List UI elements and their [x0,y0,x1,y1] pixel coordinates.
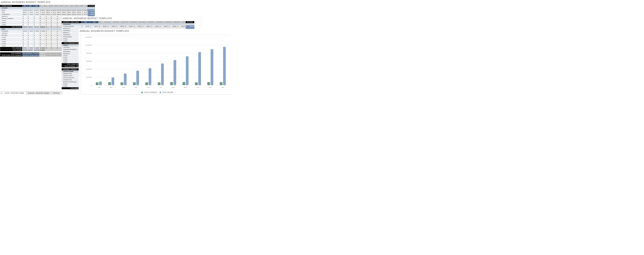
cell[interactable]: $3,591.00 [39,54,45,56]
cell[interactable]: $1,000.00 [50,9,56,11]
cell[interactable]: $70.00 [62,13,66,16]
cell[interactable]: $- [39,45,45,47]
cell[interactable]: $ [45,26,50,28]
yr-total-cell[interactable]: $640.00 [88,11,95,13]
cell[interactable]: $- [27,43,33,45]
cell[interactable]: $- [27,16,33,18]
cell[interactable]: $- [33,20,39,22]
cell[interactable]: $ [50,45,56,47]
cell[interactable]: $- [39,34,45,36]
cell[interactable]: $- [45,45,50,47]
cell[interactable]: $760.00 [27,9,33,11]
cell[interactable]: $- [33,18,39,20]
cell[interactable]: $ [56,36,62,38]
cell[interactable]: $ [50,47,56,49]
cell[interactable]: $- [27,32,33,34]
cell[interactable]: $- [39,43,45,45]
cell[interactable]: $ [56,30,62,32]
cell[interactable]: $ [50,41,56,43]
cell[interactable]: $- [27,38,33,41]
cell[interactable]: $80.00 [39,13,45,16]
cell[interactable]: $ [50,32,56,34]
cell[interactable]: $50.00 [82,11,88,13]
cell[interactable]: $ [56,18,62,20]
cell[interactable]: $- [45,24,50,26]
cell[interactable]: $- [33,41,39,43]
cell[interactable]: $400.00 [76,9,82,11]
cell[interactable]: $- [27,45,33,47]
cell[interactable]: $- [45,20,50,22]
cell[interactable]: $ [50,30,56,32]
yr-total-cell[interactable]: $4,300.00 [186,26,194,28]
cell[interactable]: $- [22,22,27,24]
cell[interactable]: $500.00 [72,9,76,11]
cell[interactable]: $876.00 [22,52,27,54]
cell[interactable]: $50.00 [50,11,56,13]
cell[interactable]: $- [33,36,39,38]
cell[interactable]: $ [50,34,56,36]
cell[interactable]: $- [22,18,27,20]
cell[interactable]: $960.00 [27,49,33,51]
cell[interactable]: $- [22,34,27,36]
cell[interactable]: $700.00 [39,49,45,51]
cell[interactable]: $80.00 [66,13,72,16]
cell[interactable]: $845.00 [33,9,39,11]
cell[interactable]: $ [50,36,56,38]
cell[interactable]: $- [33,32,39,34]
cell[interactable]: $- [33,38,39,41]
cell[interactable]: $- [22,43,27,45]
cell[interactable]: $400.00 [177,26,186,28]
cell[interactable]: $- [39,22,45,24]
cell[interactable]: $- [39,20,45,22]
cell[interactable]: $54.00 [50,13,56,16]
cell[interactable]: $76.00 [76,13,82,16]
cell[interactable]: $350.00 [99,26,107,28]
cell[interactable]: $- [33,22,39,24]
cell[interactable]: $- [27,34,33,36]
cell[interactable]: $876.00 [22,49,27,51]
cell[interactable] [45,49,50,51]
cell[interactable]: $350.00 [107,26,116,28]
cell[interactable]: $350.00 [81,26,90,28]
cell[interactable]: $- [22,24,27,26]
cell[interactable]: $- [39,36,45,38]
cell[interactable]: $ [50,20,56,22]
cell[interactable]: $80.00 [33,13,39,16]
cell[interactable]: $960.00 [27,52,33,54]
cell[interactable]: $- [33,45,39,47]
cell[interactable]: $- [45,41,50,43]
cell[interactable]: $50.00 [39,11,45,13]
cell[interactable]: $- [27,24,33,26]
cell[interactable]: $350.00 [142,26,151,28]
cell[interactable]: $700.00 [56,9,62,11]
cell[interactable]: $80.00 [33,30,39,32]
cell[interactable]: $- [22,16,27,18]
cell[interactable] [56,49,62,51]
cell[interactable]: $ [50,18,56,20]
cell[interactable]: $60.00 [62,11,66,13]
cell[interactable]: $- [45,22,50,24]
cell[interactable]: $350.00 [151,26,160,28]
cell[interactable]: $ [45,47,50,49]
cell[interactable]: $54.00 [82,13,88,16]
cell[interactable]: $- [27,41,33,43]
cell[interactable]: $- [22,36,27,38]
cell[interactable]: $- [27,18,33,20]
cell[interactable]: $56.00 [56,13,62,16]
cell[interactable]: $1,055.00 [33,49,39,51]
cell[interactable]: $ [56,47,62,49]
cell[interactable]: $- [33,24,39,26]
cell[interactable]: $ [56,43,62,45]
cell[interactable]: $- [45,18,50,20]
cell[interactable]: $ [56,20,62,22]
cell[interactable]: $ [56,45,62,47]
tab-income[interactable]: Income - Annual Bus. Budget [3,92,26,94]
cell[interactable]: $- [27,22,33,24]
cell[interactable]: $- [39,41,45,43]
cell[interactable]: $ [50,43,56,45]
cell[interactable]: $700.00 [22,9,27,11]
cell[interactable]: $ [50,26,56,28]
cell[interactable]: $- [45,36,50,38]
cell[interactable]: $350.00 [168,26,177,28]
cell[interactable]: $876.00 [22,54,27,56]
